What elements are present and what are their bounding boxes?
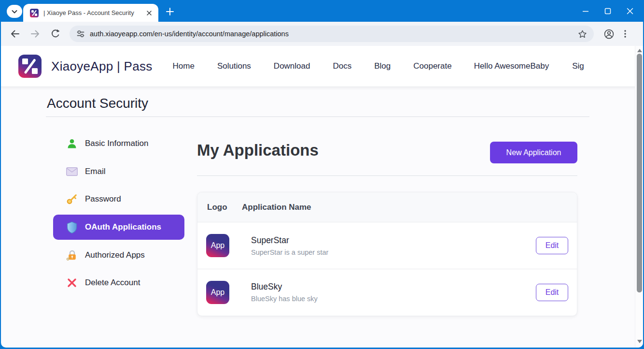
nav-home[interactable]: Home <box>173 61 195 71</box>
new-tab-button[interactable] <box>163 5 177 18</box>
sidebar-item-label: Password <box>85 194 121 204</box>
sidebar-item-label: Email <box>85 167 106 176</box>
back-arrow-icon <box>10 29 20 39</box>
scroll-down-button[interactable] <box>635 338 643 345</box>
profile-icon <box>603 29 615 40</box>
reload-button[interactable] <box>47 26 64 42</box>
app-description: BlueSky has blue sky <box>251 295 318 303</box>
nav-download[interactable]: Download <box>274 61 310 71</box>
app-info: BlueSky BlueSky has blue sky <box>251 282 318 303</box>
window-minimize-button[interactable] <box>574 0 597 22</box>
section-divider <box>197 175 577 176</box>
table-row: App SuperStar SuperStar is a super star … <box>197 222 577 269</box>
sidebar-item-label: OAuth Applications <box>85 222 161 232</box>
close-icon <box>627 8 633 15</box>
nav-solutions[interactable]: Solutions <box>217 61 251 71</box>
plus-icon <box>166 7 174 16</box>
window-maximize-button[interactable] <box>597 0 619 22</box>
sidebar-item-label: Basic Information <box>85 139 148 148</box>
nav-blog[interactable]: Blog <box>374 61 391 71</box>
site-settings-icon[interactable] <box>76 29 85 38</box>
red-x-icon <box>66 276 78 289</box>
user-greeting[interactable]: Hello AwesomeBaby <box>474 61 549 71</box>
kebab-menu-icon <box>620 29 630 39</box>
back-button[interactable] <box>7 26 23 42</box>
app-logo: App <box>206 281 229 304</box>
applications-table: Logo Application Name App SuperStar Supe… <box>197 192 577 316</box>
app-name: SuperStar <box>251 235 328 246</box>
site-nav: Home Solutions Download Docs Blog Cooper… <box>173 61 452 71</box>
column-header-application-name: Application Name <box>242 203 311 212</box>
envelope-icon <box>66 165 78 178</box>
forward-arrow-icon <box>30 29 41 39</box>
browser-tab[interactable]: | Xiaoye Pass - Account Security <box>23 4 158 22</box>
bookmark-star-button[interactable] <box>575 27 589 41</box>
table-header-row: Logo Application Name <box>197 192 577 222</box>
sidebar-item-label: Delete Account <box>85 278 140 288</box>
tab-search-button[interactable] <box>7 5 22 18</box>
window-controls <box>574 0 641 22</box>
xiaoyeapp-logo-icon[interactable] <box>18 55 42 78</box>
reload-icon <box>50 29 61 39</box>
edit-button[interactable]: Edit <box>536 284 568 301</box>
tab-title: | Xiaoye Pass - Account Security <box>43 9 142 16</box>
shield-icon <box>66 221 78 233</box>
section-title: My Applications <box>197 141 319 160</box>
app-description: SuperStar is a super star <box>251 248 328 256</box>
person-icon <box>66 137 78 150</box>
nav-cooperate[interactable]: Cooperate <box>413 61 451 71</box>
browser-toolbar: auth.xiaoyeapp.com/en-us/identity/accoun… <box>1 22 643 46</box>
scroll-down-arrow-icon <box>637 340 642 343</box>
sidebar-item-delete-account[interactable]: Delete Account <box>53 270 184 295</box>
scroll-up-button[interactable] <box>635 47 643 54</box>
minimize-icon <box>582 8 589 15</box>
url-bar[interactable]: auth.xiaoyeapp.com/en-us/identity/accoun… <box>70 26 594 42</box>
scroll-up-arrow-icon <box>637 49 642 52</box>
sidebar-item-label: Authorized Apps <box>85 250 145 260</box>
table-row: App BlueSky BlueSky has blue sky Edit <box>197 269 577 315</box>
edit-button[interactable]: Edit <box>536 237 568 254</box>
scrollbar-thumb[interactable] <box>637 54 642 292</box>
site-header: XiaoyeApp | Pass Home Solutions Download… <box>1 46 643 87</box>
page-scrollbar[interactable] <box>635 46 643 348</box>
new-application-button[interactable]: New Application <box>490 142 577 163</box>
key-icon <box>66 193 78 205</box>
tab-close-icon[interactable] <box>145 9 154 17</box>
app-logo: App <box>206 234 229 257</box>
sidebar-item-password[interactable]: Password <box>53 187 184 212</box>
browser-titlebar: | Xiaoye Pass - Account Security <box>0 0 644 22</box>
browser-menu-button[interactable] <box>617 26 633 42</box>
forward-button[interactable] <box>27 26 43 42</box>
page-content: XiaoyeApp | Pass Home Solutions Download… <box>1 46 643 348</box>
column-header-logo: Logo <box>197 203 242 212</box>
url-text[interactable]: auth.xiaoyeapp.com/en-us/identity/accoun… <box>90 30 575 38</box>
site-favicon-icon <box>30 9 39 17</box>
star-icon <box>577 29 588 39</box>
lock-with-key-icon <box>66 249 78 262</box>
toolbar-right <box>601 26 633 42</box>
sidebar-item-oauth-applications[interactable]: OAuth Applications <box>53 215 184 240</box>
nav-docs[interactable]: Docs <box>333 61 351 71</box>
maximize-icon <box>604 8 611 15</box>
profile-button[interactable] <box>601 26 617 42</box>
sidebar-item-basic-information[interactable]: Basic Information <box>53 131 184 156</box>
app-name: BlueSky <box>251 282 318 292</box>
page-title: Account Security <box>47 96 148 111</box>
brand-name[interactable]: XiaoyeApp | Pass <box>51 59 153 74</box>
title-divider <box>46 116 589 117</box>
chevron-down-icon <box>10 7 19 16</box>
sidebar-item-authorized-apps[interactable]: Authorized Apps <box>53 243 184 268</box>
window-close-button[interactable] <box>619 0 641 22</box>
sidebar-item-email[interactable]: Email <box>53 159 184 184</box>
signout-link[interactable]: Sig <box>572 61 584 71</box>
app-info: SuperStar SuperStar is a super star <box>251 235 328 256</box>
